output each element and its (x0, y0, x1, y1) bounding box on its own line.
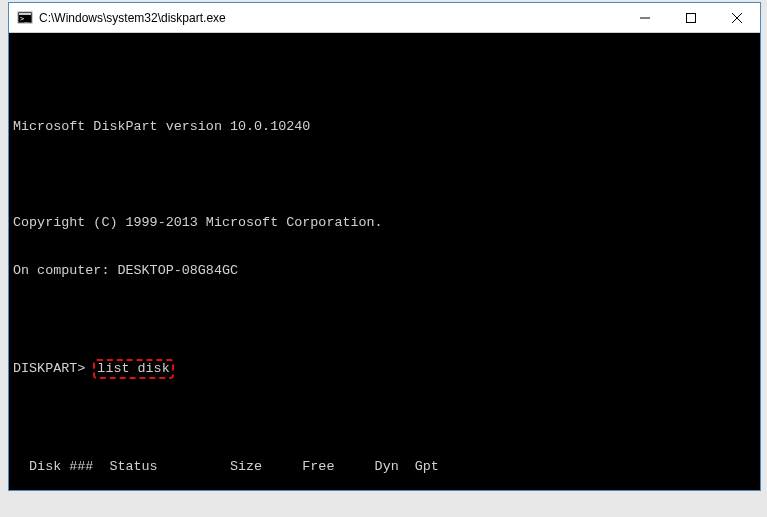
close-button[interactable] (714, 3, 760, 32)
version-line: Microsoft DiskPart version 10.0.10240 (13, 119, 756, 135)
title-bar[interactable]: >_ C:\Windows\system32\diskpart.exe (9, 3, 760, 33)
minimize-button[interactable] (622, 3, 668, 32)
window-title: C:\Windows\system32\diskpart.exe (39, 11, 622, 25)
svg-rect-4 (687, 13, 696, 22)
command-1: list disk (97, 361, 169, 376)
app-icon: >_ (17, 10, 33, 26)
command-highlight-1: list disk (93, 359, 173, 379)
svg-text:>_: >_ (20, 15, 29, 23)
window-controls (622, 3, 760, 32)
terminal-output[interactable]: Microsoft DiskPart version 10.0.10240 Co… (9, 33, 760, 490)
table-header: Disk ### Status Size Free Dyn Gpt (13, 459, 756, 475)
copyright-line: Copyright (C) 1999-2013 Microsoft Corpor… (13, 215, 756, 231)
prompt-label: DISKPART> (13, 361, 93, 377)
diskpart-window: >_ C:\Windows\system32\diskpart.exe Micr… (8, 2, 761, 491)
prompt-line-1: DISKPART> list disk (13, 359, 756, 379)
maximize-button[interactable] (668, 3, 714, 32)
computer-line: On computer: DESKTOP-08G84GC (13, 263, 756, 279)
